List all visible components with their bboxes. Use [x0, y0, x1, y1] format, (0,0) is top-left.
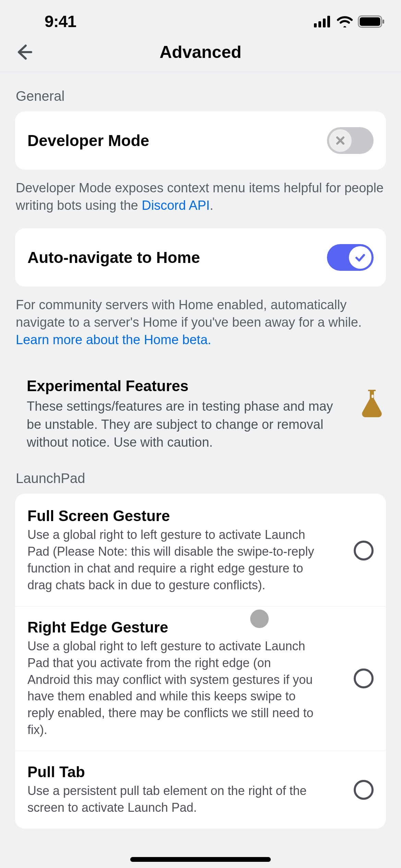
developer-mode-row[interactable]: Developer Mode: [15, 111, 386, 170]
launchpad-option-pull-tab[interactable]: Pull Tab Use a persistent pull tab eleme…: [15, 751, 386, 829]
home-indicator: [130, 857, 271, 862]
svg-rect-6: [382, 20, 384, 24]
discord-api-link[interactable]: Discord API: [142, 198, 210, 213]
status-time: 9:41: [45, 12, 76, 31]
status-bar: 9:41: [0, 0, 401, 33]
x-icon: [335, 135, 345, 146]
back-button[interactable]: [14, 41, 36, 63]
option-desc: Use a global right to left gesture to ac…: [27, 638, 315, 739]
svg-rect-2: [323, 19, 326, 27]
arrow-left-icon: [15, 43, 34, 61]
experimental-desc: These settings/features are in testing p…: [27, 397, 349, 451]
launchpad-option-right-edge[interactable]: Right Edge Gesture Use a global right to…: [15, 606, 386, 751]
battery-icon: [358, 15, 385, 28]
check-icon: [354, 252, 366, 263]
content: General Developer Mode Developer Mode ex…: [0, 72, 401, 829]
svg-rect-3: [327, 16, 330, 27]
toggle-knob: [349, 246, 372, 269]
svg-rect-7: [372, 395, 374, 398]
header: Advanced: [0, 33, 401, 72]
developer-mode-helper: Developer Mode exposes context menu item…: [0, 170, 401, 215]
radio-right-edge[interactable]: [354, 668, 374, 688]
status-icons: [314, 15, 385, 28]
auto-home-title: Auto-navigate to Home: [27, 248, 200, 267]
auto-home-helper: For community servers with Home enabled,…: [0, 287, 401, 349]
option-title: Pull Tab: [27, 763, 340, 781]
launchpad-options: Full Screen Gesture Use a global right t…: [15, 494, 386, 829]
page-title: Advanced: [160, 42, 242, 62]
radio-pull-tab[interactable]: [354, 780, 374, 800]
svg-rect-1: [318, 21, 321, 27]
svg-rect-5: [360, 17, 380, 26]
auto-home-toggle[interactable]: [327, 244, 374, 271]
auto-home-card: Auto-navigate to Home: [15, 228, 386, 287]
option-title: Right Edge Gesture: [27, 619, 340, 636]
cellular-icon: [314, 16, 332, 27]
touch-indicator: [250, 610, 269, 628]
developer-mode-toggle[interactable]: [327, 127, 374, 154]
home-beta-link[interactable]: Learn more about the Home beta.: [16, 333, 211, 347]
flask-icon: [359, 388, 385, 419]
launchpad-option-full-screen[interactable]: Full Screen Gesture Use a global right t…: [15, 494, 386, 606]
experimental-title: Experimental Features: [27, 377, 349, 395]
option-desc: Use a global right to left gesture to ac…: [27, 527, 315, 594]
experimental-banner: Experimental Features These settings/fea…: [0, 349, 401, 451]
developer-mode-card: Developer Mode: [15, 111, 386, 170]
developer-mode-title: Developer Mode: [27, 131, 149, 150]
auto-home-row[interactable]: Auto-navigate to Home: [15, 228, 386, 287]
section-label-general: General: [0, 72, 401, 111]
radio-full-screen[interactable]: [354, 541, 374, 560]
wifi-icon: [337, 16, 353, 27]
toggle-knob: [329, 129, 352, 152]
svg-rect-0: [314, 23, 317, 27]
option-desc: Use a persistent pull tab element on the…: [27, 783, 315, 816]
option-title: Full Screen Gesture: [27, 507, 340, 525]
section-label-launchpad: LaunchPad: [0, 451, 401, 494]
